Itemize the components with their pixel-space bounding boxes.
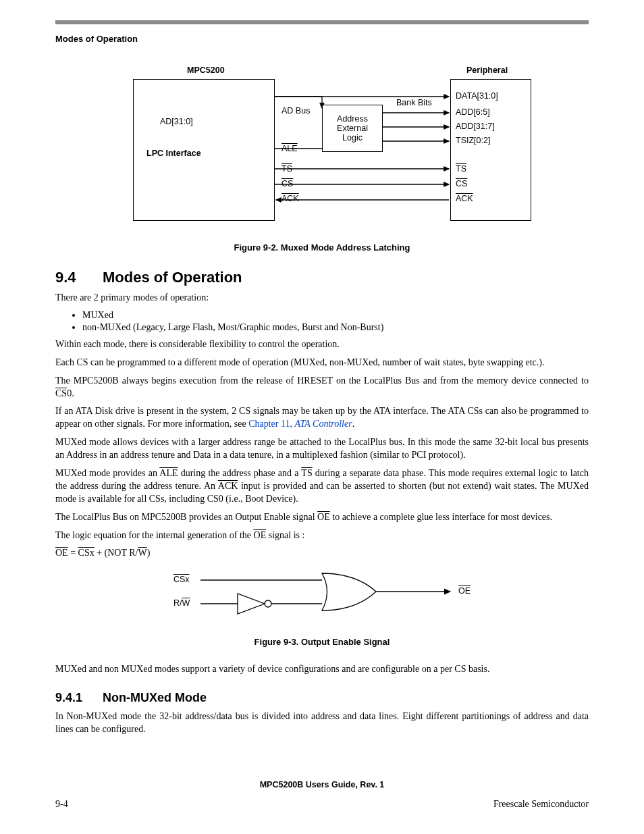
link-ata-ch: Chapter 11, [248,419,294,429]
section-9-4-1-heading: 9.4.1Non-MUXed Mode [55,691,589,705]
lbl-ack2: ACK [456,194,473,203]
header-bar [55,20,589,24]
logic-l3: Logic [342,133,363,142]
bullet-2: non-MUXed (Legacy, Large Flash, Most/Gra… [82,322,589,333]
periph-title: Peripheral [466,66,508,75]
p-ata-b: . [352,419,355,429]
p-after-fig2: MUXed and non MUXed modes support a vari… [55,663,589,676]
fig2-rw: R/W [173,598,190,608]
fig2-csx: CSx [173,575,190,584]
p-muxed-range: MUXed mode allows devices with a larger … [55,436,589,462]
section-9-4-1-num: 9.4.1 [55,691,103,705]
p-mux2-ack: ACK [218,481,238,491]
lbl-cs2: CS [456,179,467,188]
lbl-ts: TS [281,164,292,174]
section-9-4-title: Modes of Operation [103,269,242,286]
logic-l1: Address [337,114,368,124]
eq-plus: + (NOT R/ [95,548,138,558]
fig2-oe: OE [458,586,471,596]
eq-csx: CSx [78,548,95,558]
p-cs0: The MPC5200B always begins execution fro… [55,375,589,400]
p-ata: If an ATA Disk drive is present in the s… [55,405,589,431]
p-mux2-ale: ALE [159,468,178,478]
lbl-ack: ACK [281,194,299,203]
logic-l2: External [337,124,368,133]
p-cs0-a: The MPC5200B always begins execution fro… [55,375,589,386]
p-oe: The LocalPlus Bus on MPC5200B provides a… [55,511,589,524]
p-logic-sig: OE [254,530,267,540]
p-mux2-b: during the address phase and a [178,468,302,478]
lbl-lpc: LPC Interface [146,149,201,158]
lbl-add65: ADD[6:5] [456,107,490,117]
p-within: Within each mode, there is considerable … [55,338,589,351]
figure-9-2: Address External Logic MPC5200 Periphera… [106,64,538,233]
p-logic-a: The logic equation for the internal gene… [55,530,254,540]
lbl-adbus: AD[31:0] [160,117,193,126]
footer-page: 9-4 [55,799,68,810]
logic-box: Address External Logic [322,105,383,152]
lbl-ts2: TS [456,164,466,174]
link-ata[interactable]: Chapter 11, ATA Controller [248,419,352,429]
section-9-4-1-title: Non-MUXed Mode [103,691,207,704]
p-logic-b: signal is : [266,530,304,540]
figure-9-2-caption: Figure 9-2. Muxed Mode Address Latching [55,242,589,253]
mpc-title: MPC5200 [187,66,225,75]
p-oe-a: The LocalPlus Bus on MPC5200B provides a… [55,512,317,522]
p-mux2-ts: TS [301,468,312,478]
p-cs0-b: 0. [67,388,74,398]
eq-eq: = [68,548,78,558]
page-footer: MPC5200B Users Guide, Rev. 1 9-4 Freesca… [55,780,589,810]
eq-oe: OE [55,548,68,558]
footer-company: Freescale Semiconductor [493,799,589,810]
p-mux2-a: MUXed mode provides an [55,468,159,478]
p-nonmuxed: In Non-MUXed mode the 32-bit address/dat… [55,710,589,736]
figure-9-3-caption: Figure 9-3. Output Enable Signal [55,637,589,647]
lbl-bankbits: Bank Bits [396,98,432,107]
p-cs0-sig: CS [55,388,67,398]
lbl-tsiz: TSIZ[0:2] [456,136,490,145]
footer-center: MPC5200B Users Guide, Rev. 1 [55,780,589,789]
lbl-data: DATA[31:0] [456,91,498,101]
lbl-add317: ADD[31:7] [456,122,495,131]
bullet-1: MUXed [82,310,589,321]
p-eachcs: Each CS can be programmed to a different… [55,357,589,369]
p-oe-sig: OE [317,512,330,522]
p-muxed-2: MUXed mode provides an ALE during the ad… [55,467,589,506]
p-logic: The logic equation for the internal gene… [55,529,589,542]
lbl-ale: ALE [281,144,298,153]
equation-oe: OE = CSx + (NOT R/W) [55,547,589,560]
figure-9-3: CSx R/W OE [153,567,491,627]
section-9-4-num: 9.4 [55,269,103,286]
eq-w: W [138,548,147,558]
link-ata-title: ATA Controller [294,419,352,429]
lbl-adbus2: AD Bus [281,106,310,115]
lbl-cs: CS [281,179,293,188]
section-9-4-heading: 9.4Modes of Operation [55,269,589,286]
eq-end: ) [147,548,151,558]
p-intro: There are 2 primary modes of operation: [55,292,589,305]
p-oe-b: to achieve a complete glue less interfac… [330,512,552,522]
running-header: Modes of Operation [55,34,589,44]
